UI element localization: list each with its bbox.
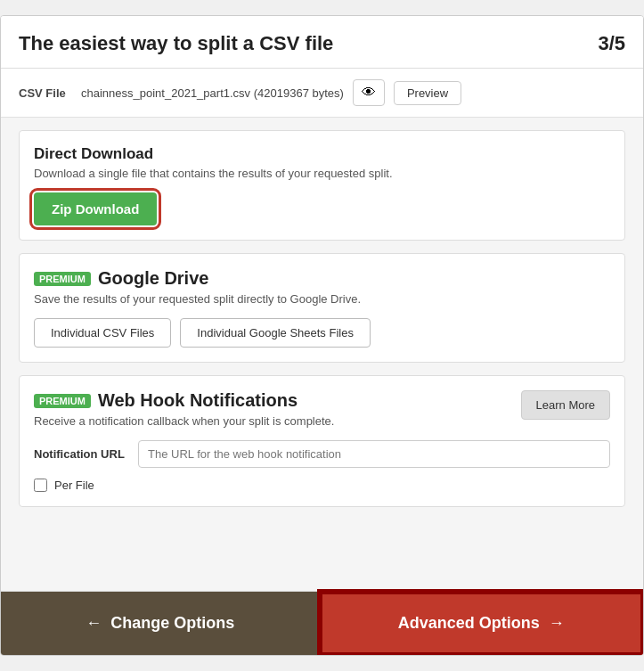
direct-download-title: Direct Download <box>34 145 610 163</box>
webhook-title-area: PREMIUM Web Hook Notifications Receive a… <box>34 390 334 428</box>
learn-more-button[interactable]: Learn More <box>521 390 610 420</box>
google-drive-title: Google Drive <box>98 268 208 289</box>
direct-download-description: Download a single file that contains the… <box>34 167 610 180</box>
direct-download-section: Direct Download Download a single file t… <box>19 130 625 241</box>
preview-eye-button[interactable]: 👁 <box>353 79 385 106</box>
webhook-section: PREMIUM Web Hook Notifications Receive a… <box>19 375 625 507</box>
google-drive-section: PREMIUM Google Drive Save the results of… <box>19 253 625 363</box>
main-content: Direct Download Download a single file t… <box>1 118 643 591</box>
webhook-header-row: PREMIUM Web Hook Notifications Receive a… <box>34 390 610 428</box>
eye-icon: 👁 <box>362 85 376 101</box>
per-file-label: Per File <box>54 479 94 492</box>
zip-download-button[interactable]: Zip Download <box>34 192 157 225</box>
google-drive-premium-badge: PREMIUM <box>34 272 91 286</box>
notification-url-row: Notification URL <box>34 440 610 468</box>
webhook-description: Receive a notification callback when you… <box>34 414 334 428</box>
webhook-title-row: PREMIUM Web Hook Notifications <box>34 390 334 411</box>
google-drive-description: Save the results of your requested split… <box>34 292 610 306</box>
notification-url-input[interactable] <box>138 440 610 468</box>
csv-file-label: CSV File <box>19 86 72 100</box>
webhook-title: Web Hook Notifications <box>98 390 298 411</box>
individual-sheets-files-button[interactable]: Individual Google Sheets Files <box>180 318 371 348</box>
per-file-checkbox[interactable] <box>34 479 47 492</box>
csv-filename: chainness_point_2021_part1.csv (42019367… <box>81 86 344 100</box>
advanced-options-button[interactable]: Advanced Options → <box>320 592 644 655</box>
change-options-button[interactable]: ← Change Options <box>1 592 320 655</box>
forward-arrow-icon: → <box>549 614 565 633</box>
csv-file-row: CSV File chainness_point_2021_part1.csv … <box>1 69 643 118</box>
individual-csv-files-button[interactable]: Individual CSV Files <box>34 318 171 348</box>
main-window: The easiest way to split a CSV file 3/5 … <box>0 15 644 656</box>
notification-url-label: Notification URL <box>34 447 127 461</box>
drive-buttons-row: Individual CSV Files Individual Google S… <box>34 318 610 348</box>
webhook-premium-badge: PREMIUM <box>34 394 91 408</box>
google-drive-title-row: PREMIUM Google Drive <box>34 268 610 289</box>
per-file-row: Per File <box>34 479 610 492</box>
page-title: The easiest way to split a CSV file <box>19 32 333 55</box>
back-arrow-icon: ← <box>86 614 102 633</box>
advanced-options-label: Advanced Options <box>398 614 540 633</box>
step-indicator: 3/5 <box>598 32 625 55</box>
header: The easiest way to split a CSV file 3/5 <box>1 16 643 69</box>
footer: ← Change Options Advanced Options → <box>1 591 643 655</box>
change-options-label: Change Options <box>110 614 234 633</box>
preview-button[interactable]: Preview <box>394 81 461 105</box>
